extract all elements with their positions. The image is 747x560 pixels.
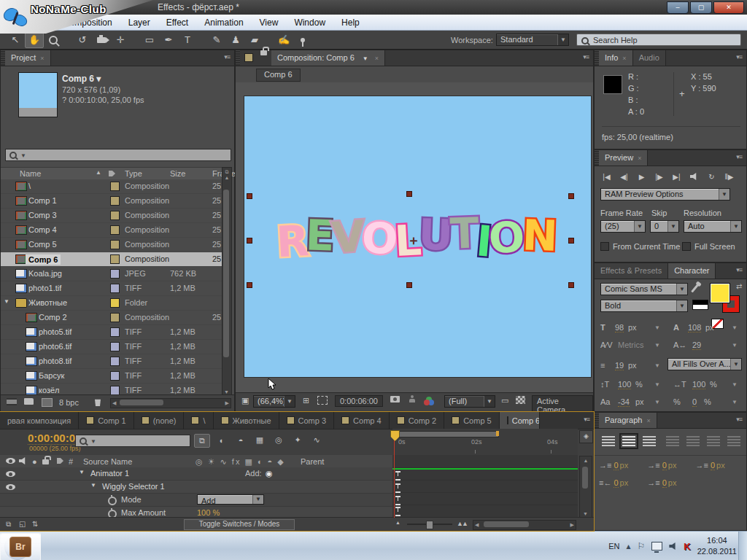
font-family-dropdown[interactable]: Comic Sans MS▼: [600, 283, 688, 295]
rectangle-tool[interactable]: ▭: [140, 32, 159, 48]
add-menu-icon[interactable]: ◉: [266, 469, 273, 478]
previous-frame-button[interactable]: ◀|: [616, 170, 632, 183]
zoom-tool[interactable]: [44, 32, 63, 48]
label-color-swatch[interactable]: [110, 298, 120, 308]
spacing-field[interactable]: ≡← 0px: [599, 478, 628, 487]
justify-last-right-button[interactable]: [707, 436, 720, 446]
zoom-in-mountain-icon[interactable]: ▲▲: [457, 520, 467, 527]
project-vertical-scrollbar[interactable]: ⧉ ▲ ▼: [222, 167, 232, 397]
label-color-swatch[interactable]: [110, 182, 120, 191]
mode-row[interactable]: Mode Add▼: [0, 494, 392, 507]
property-name[interactable]: Animator 1: [90, 469, 129, 478]
label-color-swatch[interactable]: [110, 254, 120, 264]
expand-in-out-icon[interactable]: ⇅: [32, 520, 38, 528]
project-row[interactable]: Comp 4 Composition 25: [1, 223, 223, 238]
safe-zones-icon[interactable]: ⊞: [303, 396, 309, 405]
project-row[interactable]: photo1.tif TIFF 1,2 MB: [1, 281, 223, 296]
current-time-display[interactable]: 0:00:00:00: [28, 432, 81, 445]
tab-project[interactable]: Project×: [5, 50, 51, 66]
tab-audio[interactable]: Audio: [633, 50, 666, 66]
zoom-out-mountain-icon[interactable]: ▲: [395, 520, 400, 525]
comp-breadcrumb-button[interactable]: Comp 6: [256, 69, 301, 82]
project-row[interactable]: Comp 1 Composition 25: [1, 194, 223, 209]
clone-stamp-tool[interactable]: ♟: [226, 32, 245, 48]
horizontal-scale-value[interactable]: 100: [692, 380, 705, 389]
indent-field[interactable]: →≡ 0px: [647, 461, 676, 470]
scrollbar-thumb[interactable]: [223, 190, 229, 357]
project-row[interactable]: Comp 3 Composition 25: [1, 209, 223, 223]
timeline-horizontal-scrollbar[interactable]: ◀ ▶: [473, 520, 576, 530]
panel-menu-icon[interactable]: ▾≡: [736, 53, 742, 61]
project-row[interactable]: Comp 6 Composition 25: [1, 252, 223, 267]
project-row[interactable]: \ Composition 25: [1, 179, 223, 194]
label-color-swatch[interactable]: [110, 225, 120, 235]
selection-tool[interactable]: ↖: [6, 32, 25, 48]
timeline-vertical-scrollbar[interactable]: ▲ ▼: [579, 456, 592, 518]
menu-item[interactable]: Help: [333, 18, 368, 28]
selection-handle[interactable]: [568, 238, 574, 244]
show-snapshot-icon[interactable]: [409, 399, 415, 402]
chevron-down-icon[interactable]: ▼: [732, 399, 738, 405]
tab-paragraph[interactable]: Paragraph×: [599, 413, 657, 428]
align-left-button[interactable]: [602, 436, 615, 446]
tab-character[interactable]: Character: [668, 263, 716, 279]
label-color-swatch[interactable]: [110, 342, 120, 351]
timeline-comp-tab[interactable]: Comp 6: [500, 412, 540, 429]
label-color-swatch[interactable]: [110, 211, 120, 220]
transparency-grid-icon[interactable]: [516, 396, 525, 404]
align-right-button[interactable]: [643, 436, 656, 446]
anchor-point-icon[interactable]: ✛: [409, 237, 418, 246]
magnification-dropdown[interactable]: (66,4%)▼: [253, 395, 295, 408]
project-horizontal-scrollbar[interactable]: ◀ ▶: [110, 398, 231, 408]
panel-menu-icon[interactable]: ▾≡: [583, 53, 589, 61]
selection-handle[interactable]: [406, 191, 412, 197]
scrollbar-thumb[interactable]: [120, 400, 163, 405]
zoom-slider-thumb[interactable]: [426, 521, 433, 529]
chevron-down-icon[interactable]: ▼: [654, 399, 660, 405]
clock[interactable]: 16:04 22.08.2011: [697, 535, 737, 557]
timeline-comp-tab[interactable]: Comp 1: [79, 412, 134, 429]
lock-icon[interactable]: [42, 459, 49, 464]
timeline-comp-tab[interactable]: \: [184, 412, 213, 429]
type-tool[interactable]: T: [178, 32, 197, 48]
audio-mute-button[interactable]: [686, 170, 702, 183]
pen-tool[interactable]: ✒: [159, 32, 178, 48]
new-composition-icon[interactable]: [42, 398, 53, 407]
twirl-icon[interactable]: ▼: [90, 482, 96, 489]
project-row[interactable]: Koala.jpg JPEG 762 KB: [1, 267, 223, 281]
region-of-interest-icon[interactable]: [317, 396, 328, 405]
label-color-swatch[interactable]: [110, 327, 120, 337]
selection-handle[interactable]: [568, 282, 574, 288]
hand-tool[interactable]: ✋: [25, 32, 44, 48]
tab-info[interactable]: Info×: [599, 50, 633, 66]
indent-field[interactable]: →≡ 0px: [695, 461, 724, 470]
panel-menu-icon[interactable]: ▾≡: [736, 153, 742, 160]
resolution-dropdown[interactable]: (Full)▼: [444, 395, 495, 408]
tracking-value[interactable]: 29: [692, 341, 701, 350]
comp-mini-flowchart-button[interactable]: ⧉: [194, 434, 210, 448]
minimize-button[interactable]: –: [667, 1, 689, 14]
baseline-shift-value[interactable]: -34: [618, 397, 630, 407]
next-frame-button[interactable]: |▶: [651, 170, 667, 183]
eyedropper-icon[interactable]: [691, 284, 699, 293]
graph-editor-button[interactable]: ∿: [309, 434, 324, 446]
menu-item[interactable]: Window: [286, 18, 333, 28]
ram-preview-button[interactable]: ‖▶: [721, 170, 737, 183]
composition-canvas[interactable]: REVOLUTION ✛: [244, 96, 592, 378]
timeline-comp-tab[interactable]: Comp 5: [444, 412, 500, 429]
wiggly-selector-row[interactable]: ▼ Wiggly Selector 1: [0, 481, 392, 494]
selection-handle[interactable]: [406, 282, 412, 288]
brainstorm-button[interactable]: ✦: [290, 434, 305, 446]
label-color-swatch[interactable]: [110, 357, 120, 366]
play-button[interactable]: ▶: [634, 170, 649, 183]
skip-dropdown[interactable]: 0▼: [650, 220, 679, 233]
project-row[interactable]: photo6.tif TIFF 1,2 MB: [1, 340, 223, 354]
kerning-value[interactable]: Metrics: [618, 341, 643, 349]
eye-icon[interactable]: [6, 484, 15, 490]
language-indicator[interactable]: EN: [608, 542, 619, 551]
scrollbar-thumb[interactable]: [484, 521, 529, 527]
twirl-icon[interactable]: ▼: [79, 469, 85, 475]
justify-all-button[interactable]: [727, 436, 740, 446]
timeline-comp-tab[interactable]: Животные: [214, 412, 279, 429]
volume-icon[interactable]: [669, 542, 677, 550]
